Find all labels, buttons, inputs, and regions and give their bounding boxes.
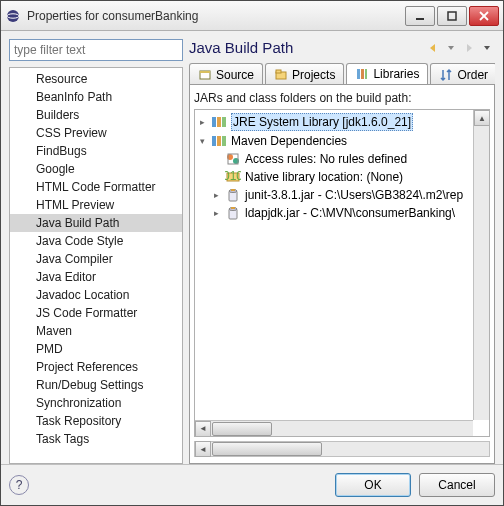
filter-input[interactable] [9, 39, 183, 61]
expand-icon[interactable]: ▸ [197, 114, 207, 130]
svg-rect-18 [222, 136, 226, 146]
nav-item[interactable]: Google [10, 160, 182, 178]
nav-item[interactable]: Java Editor [10, 268, 182, 286]
svg-point-0 [7, 10, 19, 22]
expand-icon[interactable]: ▸ [211, 205, 221, 221]
minimize-button[interactable] [405, 6, 435, 26]
nav-item[interactable]: HTML Preview [10, 196, 182, 214]
close-button[interactable] [469, 6, 499, 26]
nav-item[interactable]: PMD [10, 340, 182, 358]
tab-projects[interactable]: Projects [265, 63, 344, 85]
tab-bar: SourceProjectsLibrariesOrder [189, 62, 495, 85]
nav-item[interactable]: Project References [10, 358, 182, 376]
order-icon [439, 68, 453, 82]
jar-icon [225, 187, 241, 203]
properties-dialog: Properties for consumerBanking ResourceB… [0, 0, 504, 506]
libraries-icon [355, 67, 369, 81]
nav-item[interactable]: FindBugs [10, 142, 182, 160]
scroll-thumb[interactable] [212, 422, 272, 436]
window-title: Properties for consumerBanking [27, 9, 403, 23]
svg-rect-3 [448, 12, 456, 20]
nav-item[interactable]: HTML Code Formatter [10, 178, 182, 196]
forward-icon [461, 40, 477, 56]
cancel-button[interactable]: Cancel [419, 473, 495, 497]
svg-rect-12 [365, 69, 367, 79]
ok-button[interactable]: OK [335, 473, 411, 497]
eclipse-icon [5, 8, 21, 24]
category-tree[interactable]: ResourceBeanInfo PathBuildersCSS Preview… [9, 67, 183, 464]
help-icon[interactable]: ? [9, 475, 29, 495]
libraries-tab-body: JARs and class folders on the build path… [189, 85, 495, 464]
right-panel: Java Build Path SourceProjectsLibrariesO… [189, 39, 495, 464]
nav-item[interactable]: Synchronization [10, 394, 182, 412]
scroll-thumb[interactable] [212, 442, 322, 456]
svg-rect-29 [231, 207, 235, 209]
button-bar: ? OK Cancel [1, 464, 503, 505]
source-icon [198, 68, 212, 82]
svg-rect-15 [222, 117, 226, 127]
svg-rect-14 [217, 117, 221, 127]
back-icon[interactable] [425, 40, 441, 56]
maximize-button[interactable] [437, 6, 467, 26]
tab-libraries[interactable]: Libraries [346, 63, 428, 85]
horizontal-scrollbar[interactable]: ◄ [195, 420, 473, 436]
svg-rect-10 [357, 69, 360, 79]
tree-node[interactable]: ▸ldapjdk.jar - C:\MVN\consumerBanking\ [197, 204, 471, 222]
classpath-tree[interactable]: ▸JRE System Library [jdk1.6.0_21]▾Maven … [195, 110, 473, 420]
svg-rect-26 [231, 189, 235, 191]
nav-item[interactable]: BeanInfo Path [10, 88, 182, 106]
back-menu-icon[interactable] [443, 40, 459, 56]
tree-node-label: Native library location: (None) [245, 169, 403, 185]
page-title: Java Build Path [189, 39, 423, 56]
nav-item[interactable]: Javadoc Location [10, 286, 182, 304]
svg-rect-17 [217, 136, 221, 146]
svg-text:010: 010 [225, 169, 241, 183]
rules-icon [225, 151, 241, 167]
titlebar[interactable]: Properties for consumerBanking [1, 1, 503, 31]
tab-order[interactable]: Order [430, 63, 495, 85]
nav-item[interactable]: Task Repository [10, 412, 182, 430]
nav-item[interactable]: Java Compiler [10, 250, 182, 268]
svg-rect-13 [212, 117, 216, 127]
vertical-scrollbar[interactable]: ▲ [473, 110, 489, 420]
scroll-up-icon[interactable]: ▲ [474, 110, 490, 126]
nav-item[interactable]: Java Code Style [10, 232, 182, 250]
scroll-left-icon[interactable]: ◄ [195, 421, 211, 437]
tree-node[interactable]: 010Native library location: (None) [197, 168, 471, 186]
native-icon: 010 [225, 169, 241, 185]
expand-icon[interactable]: ▾ [197, 133, 207, 149]
tree-node[interactable]: ▸JRE System Library [jdk1.6.0_21] [197, 112, 471, 132]
nav-item[interactable]: Java Build Path [10, 214, 182, 232]
tree-node[interactable]: Access rules: No rules defined [197, 150, 471, 168]
library-icon [211, 114, 227, 130]
svg-rect-9 [276, 70, 281, 73]
tree-node-label: junit-3.8.1.jar - C:\Users\GB3824\.m2\re… [245, 187, 463, 203]
tree-node[interactable]: ▾Maven Dependencies [197, 132, 471, 150]
nav-item[interactable]: Task Tags [10, 430, 182, 448]
tree-node-label: Maven Dependencies [231, 133, 347, 149]
tree-node-label: JRE System Library [jdk1.6.0_21] [231, 113, 413, 131]
svg-rect-16 [212, 136, 216, 146]
outer-horizontal-scrollbar[interactable]: ◄ [194, 441, 490, 457]
tree-node-label: ldapjdk.jar - C:\MVN\consumerBanking\ [245, 205, 455, 221]
nav-item[interactable]: JS Code Formatter [10, 304, 182, 322]
svg-rect-11 [361, 69, 364, 79]
nav-item[interactable]: CSS Preview [10, 124, 182, 142]
expand-icon[interactable]: ▸ [211, 187, 221, 203]
tree-node[interactable]: ▸junit-3.8.1.jar - C:\Users\GB3824\.m2\r… [197, 186, 471, 204]
scroll-left-icon[interactable]: ◄ [195, 441, 211, 457]
nav-item[interactable]: Maven [10, 322, 182, 340]
tab-source[interactable]: Source [189, 63, 263, 85]
jar-icon [225, 205, 241, 221]
library-icon [211, 133, 227, 149]
forward-menu-icon[interactable] [479, 40, 495, 56]
nav-item[interactable]: Run/Debug Settings [10, 376, 182, 394]
nav-item[interactable]: Resource [10, 70, 182, 88]
projects-icon [274, 68, 288, 82]
tree-node-label: Access rules: No rules defined [245, 151, 407, 167]
nav-item[interactable]: Builders [10, 106, 182, 124]
left-panel: ResourceBeanInfo PathBuildersCSS Preview… [9, 39, 183, 464]
svg-rect-7 [200, 71, 210, 73]
description-label: JARs and class folders on the build path… [194, 91, 490, 105]
classpath-tree-container: ▸JRE System Library [jdk1.6.0_21]▾Maven … [194, 109, 490, 437]
